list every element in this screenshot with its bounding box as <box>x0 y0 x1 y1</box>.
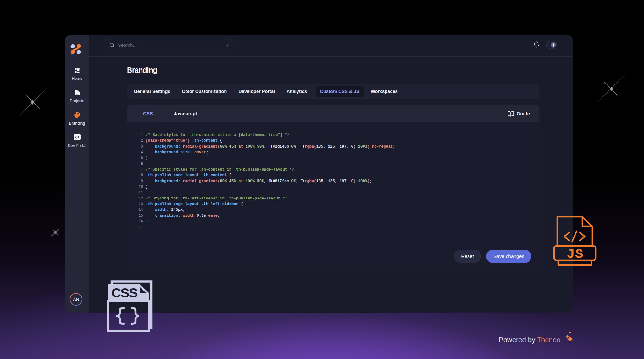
svg-text:JS: JS <box>567 247 584 262</box>
svg-text:CSS: CSS <box>111 285 137 300</box>
